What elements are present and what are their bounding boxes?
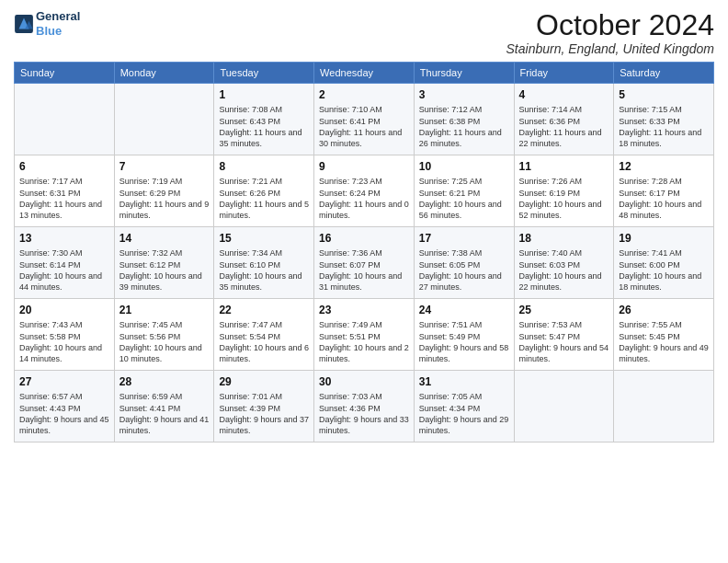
day-number: 19 (619, 231, 709, 246)
calendar-cell: 6Sunrise: 7:17 AM Sunset: 6:31 PM Daylig… (15, 155, 115, 227)
day-number: 7 (119, 159, 210, 174)
calendar-cell: 26Sunrise: 7:55 AM Sunset: 5:45 PM Dayli… (614, 299, 714, 371)
day-info: Sunrise: 7:47 AM Sunset: 5:54 PM Dayligh… (219, 319, 309, 364)
day-number: 16 (319, 231, 409, 246)
day-info: Sunrise: 6:57 AM Sunset: 4:43 PM Dayligh… (19, 391, 109, 436)
calendar-cell: 8Sunrise: 7:21 AM Sunset: 6:26 PM Daylig… (214, 155, 314, 227)
day-number: 21 (119, 303, 210, 317)
calendar-body: 1Sunrise: 7:08 AM Sunset: 6:43 PM Daylig… (15, 84, 714, 442)
day-number: 13 (19, 231, 109, 246)
calendar-cell: 21Sunrise: 7:45 AM Sunset: 5:56 PM Dayli… (114, 299, 214, 371)
week-row-4: 20Sunrise: 7:43 AM Sunset: 5:58 PM Dayli… (15, 299, 714, 371)
day-number: 1 (219, 87, 309, 102)
calendar-cell: 15Sunrise: 7:34 AM Sunset: 6:10 PM Dayli… (214, 227, 314, 299)
week-row-1: 1Sunrise: 7:08 AM Sunset: 6:43 PM Daylig… (15, 84, 714, 155)
day-info: Sunrise: 7:19 AM Sunset: 6:29 PM Dayligh… (119, 176, 210, 221)
calendar-cell: 5Sunrise: 7:15 AM Sunset: 6:33 PM Daylig… (614, 84, 714, 155)
month-title: October 2024 (506, 9, 714, 41)
day-info: Sunrise: 7:38 AM Sunset: 6:05 PM Dayligh… (419, 247, 509, 293)
day-number: 8 (219, 159, 309, 174)
day-number: 30 (319, 374, 409, 389)
calendar-cell: 28Sunrise: 6:59 AM Sunset: 4:41 PM Dayli… (114, 371, 214, 442)
day-info: Sunrise: 7:51 AM Sunset: 5:49 PM Dayligh… (419, 319, 509, 364)
calendar-cell (514, 371, 614, 442)
weekday-row: SundayMondayTuesdayWednesdayThursdayFrid… (15, 63, 714, 84)
calendar-cell: 10Sunrise: 7:25 AM Sunset: 6:21 PM Dayli… (414, 155, 514, 227)
weekday-header-wednesday: Wednesday (314, 63, 415, 84)
weekday-header-friday: Friday (514, 63, 614, 84)
calendar-cell: 25Sunrise: 7:53 AM Sunset: 5:47 PM Dayli… (514, 299, 614, 371)
day-number: 24 (419, 303, 509, 317)
calendar-cell: 22Sunrise: 7:47 AM Sunset: 5:54 PM Dayli… (214, 299, 314, 371)
calendar-cell: 12Sunrise: 7:28 AM Sunset: 6:17 PM Dayli… (614, 155, 714, 227)
day-number: 11 (519, 159, 609, 174)
calendar-cell: 7Sunrise: 7:19 AM Sunset: 6:29 PM Daylig… (114, 155, 214, 227)
day-info: Sunrise: 7:10 AM Sunset: 6:41 PM Dayligh… (319, 104, 409, 149)
calendar-cell: 11Sunrise: 7:26 AM Sunset: 6:19 PM Dayli… (514, 155, 614, 227)
calendar-cell: 18Sunrise: 7:40 AM Sunset: 6:03 PM Dayli… (514, 227, 614, 299)
weekday-header-monday: Monday (114, 63, 214, 84)
day-number: 2 (319, 87, 409, 102)
weekday-header-tuesday: Tuesday (214, 63, 314, 84)
calendar-cell: 31Sunrise: 7:05 AM Sunset: 4:34 PM Dayli… (414, 371, 514, 442)
day-number: 27 (19, 374, 109, 389)
week-row-3: 13Sunrise: 7:30 AM Sunset: 6:14 PM Dayli… (15, 227, 714, 299)
day-info: Sunrise: 7:43 AM Sunset: 5:58 PM Dayligh… (19, 319, 109, 364)
calendar-cell: 1Sunrise: 7:08 AM Sunset: 6:43 PM Daylig… (214, 84, 314, 155)
day-info: Sunrise: 7:28 AM Sunset: 6:17 PM Dayligh… (619, 176, 709, 221)
day-number: 4 (519, 87, 609, 102)
day-number: 28 (119, 374, 210, 389)
day-number: 14 (119, 231, 210, 246)
day-info: Sunrise: 7:23 AM Sunset: 6:24 PM Dayligh… (319, 176, 409, 221)
calendar-cell: 19Sunrise: 7:41 AM Sunset: 6:00 PM Dayli… (614, 227, 714, 299)
day-number: 9 (319, 159, 409, 174)
day-info: Sunrise: 7:53 AM Sunset: 5:47 PM Dayligh… (519, 319, 609, 364)
day-info: Sunrise: 7:41 AM Sunset: 6:00 PM Dayligh… (619, 247, 709, 293)
day-number: 20 (19, 303, 109, 317)
day-info: Sunrise: 7:08 AM Sunset: 6:43 PM Dayligh… (219, 104, 309, 149)
calendar-cell: 14Sunrise: 7:32 AM Sunset: 6:12 PM Dayli… (114, 227, 214, 299)
day-number: 26 (619, 303, 709, 317)
logo: General Blue (14, 9, 80, 38)
calendar-cell: 20Sunrise: 7:43 AM Sunset: 5:58 PM Dayli… (15, 299, 115, 371)
weekday-header-sunday: Sunday (15, 63, 115, 84)
calendar-cell: 24Sunrise: 7:51 AM Sunset: 5:49 PM Dayli… (414, 299, 514, 371)
calendar-cell: 16Sunrise: 7:36 AM Sunset: 6:07 PM Dayli… (314, 227, 415, 299)
header: General Blue October 2024 Stainburn, Eng… (14, 9, 714, 56)
day-info: Sunrise: 7:34 AM Sunset: 6:10 PM Dayligh… (219, 247, 309, 293)
day-number: 6 (19, 159, 109, 174)
day-info: Sunrise: 7:36 AM Sunset: 6:07 PM Dayligh… (319, 247, 409, 293)
calendar-cell: 13Sunrise: 7:30 AM Sunset: 6:14 PM Dayli… (15, 227, 115, 299)
logo-text: General Blue (36, 9, 80, 38)
calendar-header: SundayMondayTuesdayWednesdayThursdayFrid… (15, 63, 714, 84)
day-info: Sunrise: 7:05 AM Sunset: 4:34 PM Dayligh… (419, 391, 509, 436)
day-number: 23 (319, 303, 409, 317)
calendar-cell: 4Sunrise: 7:14 AM Sunset: 6:36 PM Daylig… (514, 84, 614, 155)
day-info: Sunrise: 7:45 AM Sunset: 5:56 PM Dayligh… (119, 319, 210, 364)
week-row-5: 27Sunrise: 6:57 AM Sunset: 4:43 PM Dayli… (15, 371, 714, 442)
calendar-cell (614, 371, 714, 442)
calendar-cell: 9Sunrise: 7:23 AM Sunset: 6:24 PM Daylig… (314, 155, 415, 227)
day-info: Sunrise: 7:12 AM Sunset: 6:38 PM Dayligh… (419, 104, 509, 149)
day-info: Sunrise: 7:49 AM Sunset: 5:51 PM Dayligh… (319, 319, 409, 364)
day-number: 31 (419, 374, 509, 389)
day-info: Sunrise: 7:25 AM Sunset: 6:21 PM Dayligh… (419, 176, 509, 221)
day-info: Sunrise: 7:32 AM Sunset: 6:12 PM Dayligh… (119, 247, 210, 293)
day-info: Sunrise: 7:30 AM Sunset: 6:14 PM Dayligh… (19, 247, 109, 293)
calendar-cell: 29Sunrise: 7:01 AM Sunset: 4:39 PM Dayli… (214, 371, 314, 442)
day-info: Sunrise: 7:55 AM Sunset: 5:45 PM Dayligh… (619, 319, 709, 364)
calendar-cell (114, 84, 214, 155)
weekday-header-saturday: Saturday (614, 63, 714, 84)
day-info: Sunrise: 7:21 AM Sunset: 6:26 PM Dayligh… (219, 176, 309, 221)
day-number: 5 (619, 87, 709, 102)
day-number: 22 (219, 303, 309, 317)
day-info: Sunrise: 7:14 AM Sunset: 6:36 PM Dayligh… (519, 104, 609, 149)
calendar-cell (15, 84, 115, 155)
title-area: October 2024 Stainburn, England, United … (506, 9, 714, 56)
weekday-header-thursday: Thursday (414, 63, 514, 84)
day-info: Sunrise: 7:17 AM Sunset: 6:31 PM Dayligh… (19, 176, 109, 221)
week-row-2: 6Sunrise: 7:17 AM Sunset: 6:31 PM Daylig… (15, 155, 714, 227)
day-info: Sunrise: 7:26 AM Sunset: 6:19 PM Dayligh… (519, 176, 609, 221)
calendar-cell: 17Sunrise: 7:38 AM Sunset: 6:05 PM Dayli… (414, 227, 514, 299)
day-number: 10 (419, 159, 509, 174)
